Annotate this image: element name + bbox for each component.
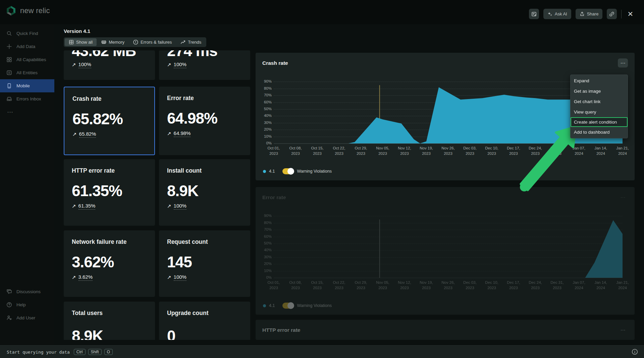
sidebar-item-all-capabilities[interactable]: All Capabilities	[0, 53, 54, 66]
memory-icon	[101, 40, 106, 45]
metric-card-error-rate[interactable]: Error rate 64.98% ↗64.98%	[159, 87, 250, 155]
menu-item-create-alert-condition[interactable]: Create alert condition	[571, 117, 628, 127]
metric-value: 61.35%	[72, 183, 147, 198]
menu-item-get-chart-link[interactable]: Get chart link	[571, 96, 628, 107]
key-shift: Shift	[88, 349, 102, 355]
sidebar-item-label: Mobile	[16, 83, 30, 88]
query-hint-text: Start querying your data	[7, 350, 70, 355]
metric-cards-scroll-area: 43.62 MB ↗100% 274 ms ↗100% Crash rate 6…	[64, 49, 252, 340]
notes-edit-button[interactable]	[529, 9, 539, 19]
add-user-icon	[6, 315, 12, 321]
metric-value: 3.62%	[72, 254, 147, 270]
chart-options-button[interactable]: ⋯	[618, 58, 628, 68]
sidebar-item-add-user[interactable]: Add User	[0, 311, 54, 324]
help-icon	[6, 302, 12, 308]
menu-item-view-query[interactable]: View query	[571, 107, 628, 117]
sidebar-item-label: Quick Find	[16, 31, 38, 36]
metric-card-crash-rate[interactable]: Crash rate 65.82% ↗65.82%	[64, 87, 155, 155]
metric-card-http-error-rate[interactable]: HTTP error rate 61.35% ↗61.35%	[64, 159, 155, 226]
tab-show-all[interactable]: Show all	[65, 38, 97, 46]
chat-icon	[6, 289, 12, 295]
metric-value: 274 ms	[167, 50, 242, 58]
sidebar-item-quick-find[interactable]: Quick Find	[0, 27, 54, 40]
metric-value: 8.9K	[72, 328, 147, 340]
metric-card-install-count[interactable]: Install count 8.9K ↗100%	[159, 159, 250, 226]
app-window: new relic Ask AI	[0, 0, 644, 358]
grid-icon	[6, 57, 12, 62]
metric-value: 145	[167, 254, 242, 270]
metric-title: Request count	[167, 238, 242, 245]
series-label[interactable]: 4.1	[269, 169, 275, 174]
tab-errors-failures[interactable]: Errors & failures	[129, 38, 176, 46]
plus-icon	[6, 44, 12, 49]
share-label: Share	[587, 11, 599, 16]
series-label[interactable]: 4.1	[269, 303, 275, 308]
share-icon	[580, 11, 585, 16]
error-rate-chart-panel: Error rate ⋯ 0%10%20%30%40%50%60%70%80%9…	[256, 187, 635, 315]
menu-item-expand[interactable]: Expand	[571, 76, 628, 86]
key-o: O	[104, 349, 113, 355]
sidebar-item-mobile[interactable]: Mobile	[0, 79, 54, 92]
tab-label: Errors & failures	[141, 40, 172, 45]
menu-item-add-to-dashboard[interactable]: Add to dashboard	[571, 127, 628, 137]
close-icon[interactable]: ✕	[626, 10, 635, 17]
metric-link[interactable]: 100%	[174, 203, 186, 210]
metric-title: Network failure rate	[72, 238, 147, 245]
warning-violations-toggle[interactable]	[282, 303, 294, 309]
sidebar-more-button[interactable]: ⋯	[0, 105, 54, 119]
menu-item-get-as-image[interactable]: Get as image	[571, 86, 628, 96]
info-icon[interactable]	[632, 349, 638, 355]
ask-ai-button[interactable]: Ask AI	[543, 9, 571, 19]
bottom-query-bar[interactable]: Start querying your data Ctrl Shift O	[0, 345, 644, 358]
sidebar-item-all-entities[interactable]: All Entities	[0, 66, 54, 79]
topbar-divider	[621, 10, 622, 18]
sidebar-item-errors-inbox[interactable]: Errors Inbox	[0, 92, 54, 105]
tab-trends[interactable]: Trends	[176, 38, 205, 46]
metric-value: 64.98%	[167, 110, 242, 126]
share-button[interactable]: Share	[576, 9, 603, 19]
chart-options-button[interactable]: ⋯	[618, 325, 628, 334]
alert-octagon-icon	[133, 40, 138, 45]
warning-violations-toggle[interactable]	[282, 168, 294, 174]
toggle-label: Warning Violations	[297, 169, 332, 174]
arrow-up-right-icon: ↗	[167, 131, 171, 137]
shortcut-keys: Ctrl Shift O	[74, 349, 113, 355]
toggle-knob	[287, 168, 294, 175]
metric-link[interactable]: 61.35%	[78, 203, 96, 210]
metric-link[interactable]: 100%	[78, 61, 91, 68]
new-relic-logo[interactable]: new relic	[5, 5, 50, 16]
ellipsis-icon: ⋯	[7, 108, 14, 116]
metric-card-upgrade-count[interactable]: Upgrade count 0	[159, 302, 250, 340]
metric-link[interactable]: 64.98%	[174, 130, 191, 137]
error-rate-area-chart[interactable]: 0%10%20%30%40%50%60%70%80%90%Oct 01,2023…	[262, 211, 623, 278]
metric-card-memory-usage[interactable]: 43.62 MB ↗100%	[64, 50, 155, 80]
trends-icon	[180, 40, 185, 45]
metric-title: Error rate	[167, 95, 242, 102]
metric-title: Crash rate	[72, 95, 146, 102]
sidebar-item-label: All Entities	[16, 70, 38, 75]
metric-card-total-users[interactable]: Total users 8.9K	[64, 302, 155, 340]
metric-card-network-failure-rate[interactable]: Network failure rate 3.62% ↗3.62%	[64, 230, 155, 297]
sidebar-item-help[interactable]: Help	[0, 298, 54, 311]
topbar-actions: Ask AI Share ✕	[529, 9, 635, 19]
metric-link[interactable]: 100%	[174, 274, 186, 281]
sidebar-item-discussions[interactable]: Discussions	[0, 285, 54, 298]
chart-panel-title: Crash rate	[262, 60, 288, 66]
sidebar-item-label: Help	[16, 302, 26, 307]
tab-label: Memory	[109, 40, 124, 45]
series-color-dot	[263, 170, 266, 173]
copy-link-button[interactable]	[607, 9, 617, 19]
metric-link[interactable]: 65.82%	[79, 131, 96, 138]
metric-card-response-time[interactable]: 274 ms ↗100%	[159, 50, 250, 80]
key-ctrl: Ctrl	[74, 349, 86, 355]
metric-card-request-count[interactable]: Request count 145 ↗100%	[159, 230, 250, 297]
metric-link[interactable]: 3.62%	[78, 274, 93, 281]
tab-memory[interactable]: Memory	[97, 38, 128, 46]
chart-options-button[interactable]: ⋯	[618, 193, 628, 202]
sidebar-item-add-data[interactable]: Add Data	[0, 40, 54, 53]
metric-title: HTTP error rate	[72, 167, 147, 174]
new-relic-logo-icon	[5, 5, 17, 16]
toggle-label: Warning Violations	[297, 303, 332, 308]
chart-panel-title: Error rate	[262, 194, 286, 200]
metric-link[interactable]: 100%	[174, 61, 186, 68]
